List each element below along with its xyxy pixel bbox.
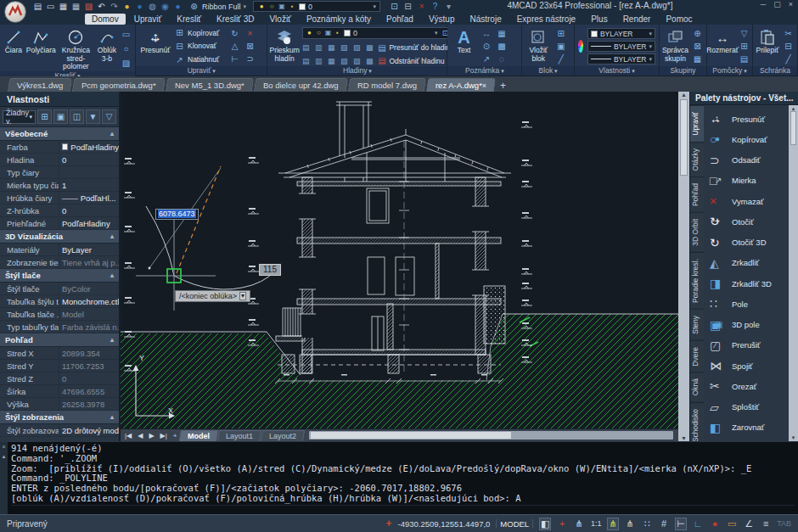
property-row[interactable]: Stred X20899.354 [0,347,119,360]
ortho-icon[interactable]: ∟ [692,518,704,530]
section-header-visualstyle[interactable]: Štýl zobrazenia [0,411,119,424]
arc-button[interactable]: Oblúk 3-b [96,26,118,71]
property-row[interactable]: Mierka typu čiary1 [0,179,119,192]
property-row[interactable]: Stred Y11706.7253 [0,360,119,372]
new-tab-button[interactable]: + [497,80,509,92]
menu-tab[interactable]: Kresliť [170,14,208,25]
scroll-up-icon[interactable]: ▲ [681,92,687,98]
print-icon[interactable]: ⊟ [402,1,413,12]
zoom-realtime-icon[interactable]: ● [134,1,145,12]
delete-layer-button[interactable]: Odstrániť hladinu [389,57,444,65]
palette-tool[interactable]: ▱ Sploštiť [705,397,787,417]
layer-plot-icon[interactable]: ▪ [334,30,341,37]
palette-tool[interactable]: ▢∕ Prerušiť [705,335,787,356]
revision-icon[interactable]: ◌ [495,53,508,65]
menu-tab[interactable]: Plus [584,14,614,25]
cut-icon[interactable]: ✂ [782,28,795,40]
property-row[interactable]: Z-hrúbka0 [0,204,119,217]
modify-row-button[interactable]: ↗ Natiahnuť [174,54,227,64]
next-layout-button[interactable]: ▶ [146,432,156,440]
quick-filter-icon[interactable]: ▽ [102,109,116,124]
palette-tool[interactable]: ○● Kopírovať [705,129,787,149]
list-icon[interactable]: ▤ [738,53,750,65]
save-icon[interactable]: ▦ [58,1,69,12]
property-row[interactable]: MateriályByLayer [0,244,119,256]
palette-tab[interactable]: 3D Orbit [690,212,704,252]
property-row[interactable]: Štýl tlačeByColor [0,283,119,295]
palette-tool[interactable]: ▣▣ 3D pole [705,315,787,335]
property-row[interactable]: Tabuľka tlače ...Model [0,308,119,321]
menu-tab[interactable]: Nástroje [463,14,508,25]
hatch-icon[interactable]: ▨ [120,57,132,69]
scrollbar-thumb[interactable] [680,99,688,176]
app-logo-icon[interactable] [4,1,26,23]
palette-tool[interactable]: ∷ Pole [705,294,787,314]
palette-tab[interactable]: Okná [690,372,704,401]
rectangle-icon[interactable]: ▭ [120,28,132,40]
maximize-button[interactable]: ▢ [773,0,781,8]
space-indicator[interactable]: MODEL [496,519,533,529]
layout-tab[interactable]: Model [179,430,218,441]
redo-icon[interactable]: ↷ [109,1,120,12]
workspace-icon[interactable]: ⊡ [389,1,400,12]
menu-tab[interactable]: Pomoc [659,14,699,25]
tab-indicator[interactable]: TAB [777,518,791,530]
move-to-layer-button[interactable]: Presunúť do hladiny [389,43,453,52]
group-add-icon[interactable]: ⊕ [691,28,704,40]
property-row[interactable]: Tabuľka štýlu tl...Monochrome.ctb [0,295,119,308]
zoom-extents-icon[interactable]: ● [172,1,183,12]
palette-tab[interactable]: Upraviť [690,105,704,142]
bylayer-combo[interactable]: BYLAYER [587,53,655,64]
center-mark-icon[interactable]: ⊙ [480,41,492,53]
quick-select-tree-icon[interactable]: ⊞ [37,109,52,124]
circle-button[interactable]: Kružnica stred-polomer [57,26,95,71]
palette-tool[interactable]: × Vymazať [705,191,787,211]
section-header-3d[interactable]: 3D Vizualizácia [0,230,119,244]
snap-marker-icon[interactable]: + [556,518,568,530]
grid-dots-icon[interactable]: ∷ [641,518,653,530]
select-objects-icon[interactable]: ▣ [53,109,68,124]
property-row[interactable]: FarbaPodľaHladiny [0,141,119,154]
last-layout-button[interactable]: ▶| [158,432,170,440]
command-prompt[interactable]: [uhol (A)/stred (CE)/smer (D)/polovičná … [11,505,795,514]
insert-block-button[interactable]: Vložiť blok [524,26,553,66]
section-header-plotstyle[interactable]: Štýl tlače [0,269,119,283]
palette-tool[interactable]: ↻ Otočiť 3D [705,232,787,253]
property-row[interactable]: Typ tabuľky tlačeFarba závislá n... [0,321,119,333]
modify-row-button[interactable]: ⊟ Klonovať [174,41,227,51]
menu-tab[interactable]: Render [616,14,658,25]
scroll-down-icon[interactable]: ▼ [791,435,796,440]
layout-tab[interactable]: Layout2 [261,430,305,441]
document-tab[interactable]: rez A-A.dwg* [426,78,496,92]
pan-icon[interactable]: ● [121,1,132,12]
document-tab[interactable]: Pcm geometria.dwg* [72,78,166,92]
menu-tab[interactable]: Kresliť 3D [210,14,261,25]
layout-tab[interactable]: Layout1 [217,430,261,441]
prev-layout-button[interactable]: ◀ [135,432,145,440]
group-manager-button[interactable]: Správca skupín [661,26,689,66]
block-editor-icon[interactable]: ▣ [554,41,567,53]
palette-tab[interactable]: Dvere [690,340,704,372]
scale-indicator[interactable]: 1:1 [590,518,602,530]
coordinates-readout[interactable]: -4930.2509,12551.4497,0 [398,519,491,529]
menu-tab[interactable]: Pohľad [379,14,420,25]
vertical-scrollbar[interactable]: ▲ ▼ [678,92,689,441]
space-toggle-icon[interactable]: ◧ [539,518,551,530]
palette-tool[interactable]: ⊃ Odsadiť [705,150,787,171]
palette-tool[interactable]: ◧ Zarovnať [705,417,787,438]
menu-tab[interactable]: Domov [85,14,126,25]
selection-dropdown[interactable]: Žiadny v. [3,110,36,124]
copy-clip-icon[interactable]: ⊟ [782,41,795,53]
erase-icon[interactable]: × [244,28,256,40]
toggle-pickadd-icon[interactable]: ◫ [70,109,84,124]
modify-row-button[interactable]: ⊞ Kopírovať [174,28,227,38]
new-file-icon[interactable]: ▤ [32,1,43,12]
color-wheel-icon[interactable] [578,40,583,53]
palette-tool[interactable]: ◨ Zrkadliť 3D [705,273,787,294]
document-tab[interactable]: Bo dielce upr 42.dwg [254,78,348,92]
layer-lock-icon[interactable]: ▣ [324,30,332,37]
open-file-icon[interactable]: ▭ [45,1,56,12]
menu-tab[interactable]: Upraviť [127,14,169,25]
property-row[interactable]: PriehľadnéPodľaHladiny [0,217,119,230]
property-row[interactable]: Hladina0 [0,154,119,166]
